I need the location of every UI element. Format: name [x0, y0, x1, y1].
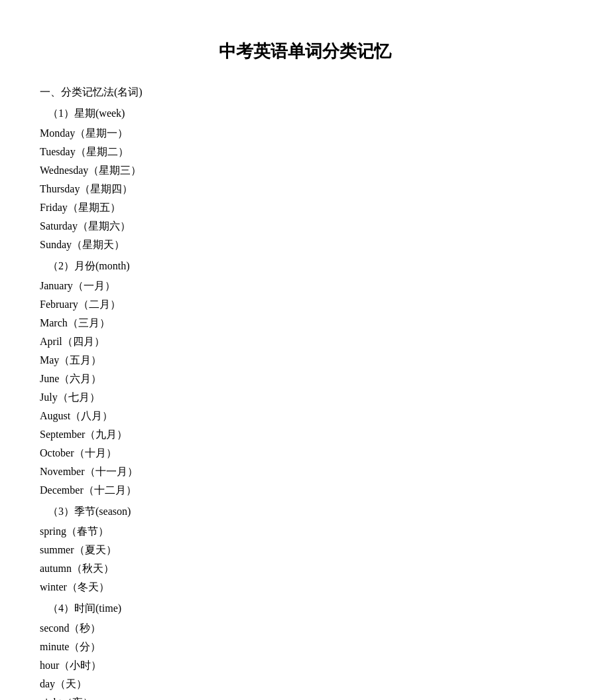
word-line: Friday（星期五）: [40, 198, 570, 217]
word-line: winter（冬天）: [40, 578, 570, 596]
subsection-header-month: （2）月份(month): [40, 257, 570, 275]
word-line: June（六月）: [40, 370, 570, 388]
word-line: Thursday（星期四）: [40, 180, 570, 198]
word-line: summer（夏天）: [40, 541, 570, 559]
word-line: February（二月）: [40, 295, 570, 314]
word-line: Sunday（星期天）: [40, 236, 570, 254]
subsection-header-time: （4）时间(time): [40, 599, 570, 618]
word-line: night（夜）: [40, 693, 570, 700]
word-line: Monday（星期一）: [40, 124, 570, 143]
word-line: day（天）: [40, 675, 570, 693]
word-line: July（七月）: [40, 388, 570, 407]
word-line: May（五月）: [40, 351, 570, 370]
word-line: November（十一月）: [40, 462, 570, 481]
word-line: March（三月）: [40, 314, 570, 332]
word-line: second（秒）: [40, 619, 570, 638]
word-line: January（一月）: [40, 277, 570, 295]
page-container: 中考英语单词分类记忆 一、分类记忆法(名词) （1）星期(week) Monda…: [0, 0, 610, 700]
word-line: Tuesday（星期二）: [40, 143, 570, 161]
word-line: October（十月）: [40, 444, 570, 462]
word-line: hour（小时）: [40, 656, 570, 675]
word-line: April（四月）: [40, 332, 570, 351]
subsection-header-season: （3）季节(season): [40, 502, 570, 521]
word-line: spring（春节）: [40, 522, 570, 541]
word-line: August（八月）: [40, 407, 570, 425]
word-line: December（十二月）: [40, 481, 570, 500]
word-line: September（九月）: [40, 425, 570, 444]
word-line: minute（分）: [40, 638, 570, 656]
subsection-header-week: （1）星期(week): [40, 104, 570, 123]
section-header-1: 一、分类记忆法(名词): [40, 83, 570, 102]
word-line: Wednesday（星期三）: [40, 161, 570, 180]
word-line: Saturday（星期六）: [40, 217, 570, 236]
content-area: 一、分类记忆法(名词) （1）星期(week) Monday（星期一） Tues…: [40, 83, 570, 700]
word-line: autumn（秋天）: [40, 559, 570, 578]
page-title: 中考英语单词分类记忆: [40, 40, 570, 63]
